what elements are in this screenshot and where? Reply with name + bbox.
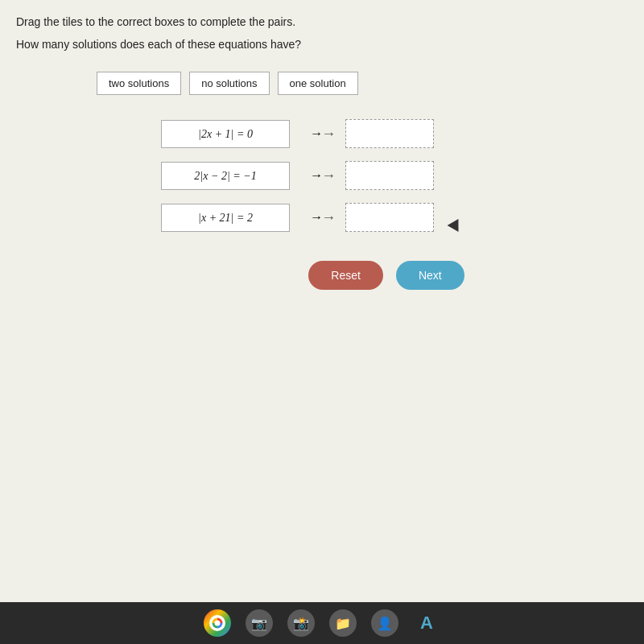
- equation-box-3: |x + 21| = 2: [161, 204, 290, 232]
- main-content: Drag the tiles to the correct boxes to c…: [0, 0, 644, 602]
- equation-row-1: |2x + 1| = 0 →: [161, 119, 628, 148]
- next-button[interactable]: Next: [396, 261, 464, 290]
- drop-box-1[interactable]: [345, 119, 434, 148]
- equations-area: |2x + 1| = 0 → 2|x − 2| = −1 → |x + 21| …: [161, 119, 628, 232]
- tiles-row: two solutions no solutions one solution: [97, 72, 628, 95]
- camera-lock-icon[interactable]: 📷: [246, 609, 273, 637]
- chrome-icon[interactable]: [204, 609, 231, 637]
- equation-box-2: 2|x − 2| = −1: [161, 162, 290, 190]
- reset-button[interactable]: Reset: [308, 261, 383, 290]
- tile-one-solution[interactable]: one solution: [278, 72, 358, 95]
- instruction-line1: Drag the tiles to the correct boxes to c…: [16, 14, 628, 31]
- camera-icon[interactable]: 📸: [287, 609, 315, 637]
- equation-row-2: 2|x − 2| = −1 →: [161, 161, 628, 190]
- drop-box-3[interactable]: [345, 203, 434, 232]
- equation-row-3: |x + 21| = 2 →: [161, 203, 628, 232]
- person-icon[interactable]: 👤: [371, 609, 398, 637]
- tile-two-solutions[interactable]: two solutions: [97, 72, 181, 95]
- arrow-2: →: [299, 167, 336, 184]
- folder-icon[interactable]: 📁: [329, 609, 357, 637]
- arrow-3: →: [299, 209, 336, 226]
- tile-no-solutions[interactable]: no solutions: [189, 72, 269, 95]
- question-text: How many solutions does each of these eq…: [16, 37, 628, 53]
- equation-box-1: |2x + 1| = 0: [161, 120, 290, 148]
- arrow-1: →: [299, 126, 336, 142]
- taskbar: 📷 📸 📁 👤 A: [0, 602, 644, 644]
- letter-a-icon[interactable]: A: [413, 609, 440, 637]
- drop-box-2[interactable]: [345, 161, 434, 190]
- buttons-row: Reset Next: [145, 261, 628, 290]
- svg-point-1: [215, 621, 221, 626]
